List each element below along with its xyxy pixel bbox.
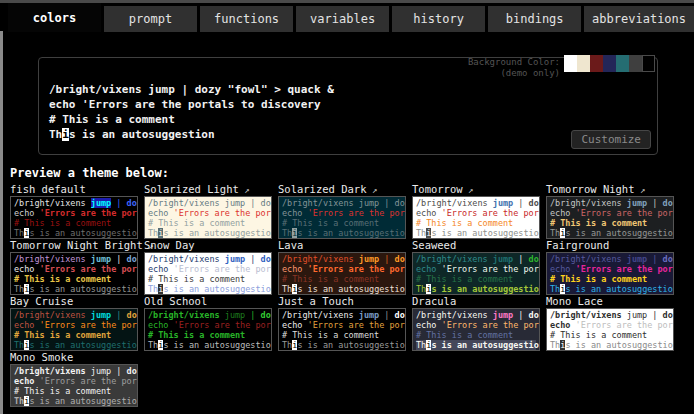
- theme-name: Old School: [144, 295, 274, 308]
- background-color-picker: Background Color: (demo only): [468, 55, 655, 79]
- theme-preview-box[interactable]: /bright/vixens jump | dozy "fowl" > quac…: [10, 252, 138, 295]
- tab-prompt[interactable]: prompt: [104, 6, 197, 32]
- theme-preview-box[interactable]: /bright/vixens jump | dozy "fowl" > quac…: [144, 308, 272, 351]
- bg-color-swatch-2[interactable]: [590, 55, 603, 72]
- theme-name: Tomorrow ↗: [412, 183, 542, 196]
- bg-color-swatch-5[interactable]: [629, 55, 642, 72]
- terminal-line-2: echo 'Errors are the portals to discover…: [49, 97, 649, 112]
- theme-grid: fish default/bright/vixens jump | dozy "…: [10, 183, 690, 407]
- theme-card-fairground: Fairground/bright/vixens jump | dozy "fo…: [546, 239, 676, 295]
- theme-preview-box[interactable]: /bright/vixens jump | dozy "fowl" > quac…: [278, 196, 406, 239]
- theme-card-old-school: Old School/bright/vixens jump | dozy "fo…: [144, 295, 274, 351]
- bg-color-swatch-3[interactable]: [603, 55, 616, 72]
- tab-abbreviations[interactable]: abbreviations: [584, 6, 694, 32]
- theme-preview-box[interactable]: /bright/vixens jump | dozy "fowl" > quac…: [278, 308, 406, 351]
- theme-card-tomorrow-night-bright: Tomorrow Night Bright ↗/bright/vixens ju…: [10, 239, 140, 295]
- bg-color-swatch-4[interactable]: [616, 55, 629, 72]
- bg-color-swatch-6[interactable]: [642, 55, 655, 72]
- theme-name: Solarized Light ↗: [144, 183, 274, 196]
- theme-preview-box[interactable]: /bright/vixens jump | dozy "fowl" > quac…: [546, 252, 674, 295]
- tab-functions[interactable]: functions: [200, 6, 293, 32]
- terminal-cursor: i: [62, 128, 69, 141]
- theme-name: Solarized Dark ↗: [278, 183, 408, 196]
- bg-color-swatch-0[interactable]: [564, 55, 577, 72]
- theme-name: Lava: [278, 239, 408, 252]
- theme-name: Seaweed: [412, 239, 542, 252]
- theme-card-bay-cruise: Bay Cruise/bright/vixens jump | dozy "fo…: [10, 295, 140, 351]
- terminal-lines: /bright/vixens jump | dozy "fowl" > quac…: [49, 82, 649, 142]
- theme-name: fish default: [10, 183, 140, 196]
- external-link-icon[interactable]: ↗: [239, 185, 250, 195]
- tab-history[interactable]: history: [392, 6, 485, 32]
- tab-variables[interactable]: variables: [296, 6, 389, 32]
- theme-card-mono-lace: Mono Lace/bright/vixens jump | dozy "fow…: [546, 295, 676, 351]
- theme-name: Dracula: [412, 295, 542, 308]
- tab-bindings[interactable]: bindings: [488, 6, 581, 32]
- theme-card-lava: Lava/bright/vixens jump | dozy "fowl" > …: [278, 239, 408, 295]
- theme-preview-box[interactable]: /bright/vixens jump | dozy "fowl" > quac…: [10, 196, 138, 239]
- theme-preview-box[interactable]: /bright/vixens jump | dozy "fowl" > quac…: [278, 252, 406, 295]
- theme-card-tomorrow-night: Tomorrow Night ↗/bright/vixens jump | do…: [546, 183, 676, 239]
- terminal-autosuggestion-line: This is an autosuggestion: [49, 127, 649, 142]
- bg-color-swatches: [564, 55, 655, 72]
- external-link-icon[interactable]: ↗: [635, 185, 646, 195]
- theme-name: Bay Cruise: [10, 295, 140, 308]
- theme-card-solarized-light: Solarized Light ↗/bright/vixens jump | d…: [144, 183, 274, 239]
- theme-preview-box[interactable]: /bright/vixens jump | dozy "fowl" > quac…: [144, 252, 272, 295]
- external-link-icon[interactable]: ↗: [367, 185, 378, 195]
- background-color-label: Background Color:: [468, 57, 560, 68]
- bg-color-swatch-1[interactable]: [577, 55, 590, 72]
- theme-preview-box[interactable]: /bright/vixens jump | dozy "fowl" > quac…: [412, 196, 540, 239]
- theme-preview-box[interactable]: /bright/vixens jump | dozy "fowl" > quac…: [412, 252, 540, 295]
- theme-preview-box[interactable]: /bright/vixens jump | dozy "fowl" > quac…: [546, 196, 674, 239]
- theme-card-dracula: Dracula/bright/vixens jump | dozy "fowl"…: [412, 295, 542, 351]
- theme-preview-box[interactable]: /bright/vixens jump | dozy "fowl" > quac…: [412, 308, 540, 351]
- tab-colors[interactable]: colors: [8, 3, 101, 32]
- theme-preview-box[interactable]: /bright/vixens jump | dozy "fowl" > quac…: [144, 196, 272, 239]
- theme-preview-box[interactable]: /bright/vixens jump | dozy "fowl" > quac…: [10, 364, 138, 407]
- theme-name: Mono Lace: [546, 295, 676, 308]
- tab-bar: colorspromptfunctionsvariableshistorybin…: [8, 3, 694, 32]
- theme-name: Just a Touch: [278, 295, 408, 308]
- theme-card-fish-default: fish default/bright/vixens jump | dozy "…: [10, 183, 140, 239]
- terminal-line-3: # This is a comment: [49, 112, 649, 127]
- theme-name: Mono Smoke: [10, 351, 140, 364]
- theme-name: Tomorrow Night ↗: [546, 183, 676, 196]
- theme-name: Fairground: [546, 239, 676, 252]
- theme-card-solarized-dark: Solarized Dark ↗/bright/vixens jump | do…: [278, 183, 408, 239]
- theme-preview-box[interactable]: /bright/vixens jump | dozy "fowl" > quac…: [10, 308, 138, 351]
- theme-name: Tomorrow Night Bright ↗: [10, 239, 140, 252]
- terminal-line-1: /bright/vixens jump | dozy "fowl" > quac…: [49, 82, 649, 97]
- customize-button[interactable]: Customize: [571, 130, 651, 149]
- theme-card-mono-smoke: Mono Smoke/bright/vixens jump | dozy "fo…: [10, 351, 140, 407]
- theme-card-seaweed: Seaweed/bright/vixens jump | dozy "fowl"…: [412, 239, 542, 295]
- background-color-label-group: Background Color: (demo only): [468, 55, 560, 79]
- window-left-edge: [0, 31, 3, 414]
- theme-preview-box[interactable]: /bright/vixens jump | dozy "fowl" > quac…: [546, 308, 674, 351]
- theme-card-snow-day: Snow Day/bright/vixens jump | dozy "fowl…: [144, 239, 274, 295]
- demo-only-label: (demo only): [468, 68, 560, 79]
- theme-card-just-a-touch: Just a Touch/bright/vixens jump | dozy "…: [278, 295, 408, 351]
- theme-card-tomorrow: Tomorrow ↗/bright/vixens jump | dozy "fo…: [412, 183, 542, 239]
- preview-theme-heading: Preview a theme below:: [10, 166, 169, 180]
- theme-name: Snow Day: [144, 239, 274, 252]
- terminal-preview: Background Color: (demo only) /bright/vi…: [38, 57, 658, 155]
- external-link-icon[interactable]: ↗: [463, 185, 474, 195]
